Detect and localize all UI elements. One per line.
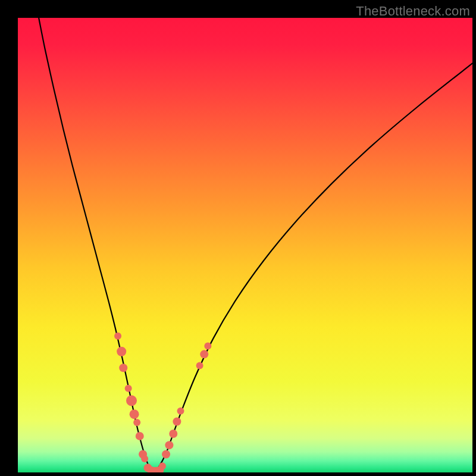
data-point [196,362,203,369]
data-point [204,343,211,350]
chart-svg [18,18,472,472]
data-point [117,347,126,356]
data-point [126,395,137,406]
data-point [136,432,144,440]
data-point [165,441,173,449]
data-point [133,419,140,426]
chart-frame [18,18,472,472]
data-point [114,333,121,340]
data-point [200,350,208,358]
data-point [125,385,132,392]
data-point [169,430,177,438]
data-point [119,364,127,372]
data-point [162,450,170,458]
data-point [141,455,148,462]
watermark-text: TheBottleneck.com [356,4,470,19]
data-point [173,417,181,425]
data-point [177,408,184,415]
chart-background [18,18,472,472]
data-point [130,409,139,419]
data-point [159,462,166,469]
